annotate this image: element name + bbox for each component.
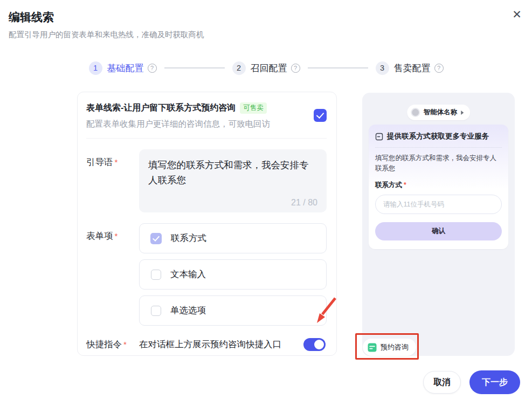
chevron-right-icon <box>461 111 464 115</box>
page-subtitle: 配置引导用户的留资表单和来电热线，准确及时获取商机 <box>9 30 204 40</box>
help-icon[interactable]: ? <box>434 64 444 73</box>
divider <box>86 138 327 139</box>
checkbox-unchecked-icon[interactable] <box>151 306 161 316</box>
guide-row: 引导语* 填写您的联系方式和需求，我会安排专人联系您 21 / 80 <box>86 149 327 212</box>
guide-textarea[interactable]: 填写您的联系方式和需求，我会安排专人联系您 21 / 80 <box>139 149 327 212</box>
stepper: 1 基础配置 ? 2 召回配置 ? 3 售卖配置 ? <box>0 59 532 77</box>
form-item-single-choice[interactable]: 单选选项 <box>139 295 327 326</box>
form-card-header: 表单线索-让用户留下联系方式预约咨询 可售卖 <box>86 102 327 114</box>
step-number: 2 <box>232 61 246 75</box>
required-mark: * <box>123 340 127 349</box>
form-lead-checkbox[interactable] <box>314 109 327 122</box>
form-items-label: 表单项* <box>86 223 139 326</box>
dotted-divider <box>375 147 502 148</box>
agent-avatar <box>411 108 420 117</box>
form-doc-icon <box>375 133 383 141</box>
sellable-badge: 可售卖 <box>240 102 267 114</box>
form-item-label: 联系方式 <box>171 232 206 244</box>
edit-lead-dialog: 编辑线索 配置引导用户的留资表单和来电热线，准确及时获取商机 ✕ 1 基础配置 … <box>0 0 532 406</box>
page-title: 编辑线索 <box>9 10 54 25</box>
step-recall-config[interactable]: 2 召回配置 ? <box>232 61 300 75</box>
step-label: 基础配置 <box>107 62 144 74</box>
form-item-label: 单选选项 <box>170 305 206 316</box>
guide-text: 填写您的联系方式和需求，我会安排专人联系您 <box>148 157 317 188</box>
close-icon[interactable]: ✕ <box>509 6 525 23</box>
agent-name-pill[interactable]: 智能体名称 <box>407 105 471 120</box>
guide-label: 引导语* <box>86 149 139 212</box>
step-number: 3 <box>376 61 389 75</box>
form-lead-card: 表单线索-让用户留下联系方式预约咨询 可售卖 配置表单收集用户更详细的咨询信息，… <box>77 92 337 356</box>
step-number: 1 <box>89 61 102 75</box>
shortcut-description: 在对话框上方展示预约咨询快捷入口 <box>139 339 281 350</box>
char-counter: 21 / 80 <box>291 198 317 208</box>
step-connector <box>308 67 368 68</box>
preview-panel: 智能体名称 提供联系方式获取更多专业服务 填写您的联系方式和需求，我会安排专人联… <box>362 93 515 356</box>
required-mark: * <box>115 157 118 167</box>
preview-form-card: 提供联系方式获取更多专业服务 填写您的联系方式和需求，我会安排专人联系您 联系方… <box>369 125 508 249</box>
form-card-subtitle: 配置表单收集用户更详细的咨询信息，可致电回访 <box>86 119 327 130</box>
preview-card-title: 提供联系方式获取更多专业服务 <box>387 132 489 141</box>
shortcut-row: 快捷指令* 在对话框上方展示预约咨询快捷入口 <box>86 338 327 351</box>
form-item-label: 文本输入 <box>170 269 206 280</box>
required-mark: * <box>404 181 406 189</box>
confirm-button[interactable]: 确认 <box>375 222 502 240</box>
preview-card-header: 提供联系方式获取更多专业服务 <box>375 132 502 141</box>
preview-guide-text: 填写您的联系方式和需求，我会安排专人联系您 <box>375 153 502 174</box>
checkbox-checked-icon[interactable] <box>150 233 162 244</box>
reservation-form-icon <box>368 343 377 352</box>
help-icon[interactable]: ? <box>148 64 157 73</box>
step-basic-config[interactable]: 1 基础配置 ? <box>89 61 157 75</box>
form-items-row: 表单项* 联系方式 文本输入 单选选项 <box>86 223 327 326</box>
form-item-contact[interactable]: 联系方式 <box>139 223 327 253</box>
form-item-text-input[interactable]: 文本输入 <box>139 259 327 290</box>
cancel-button[interactable]: 取消 <box>423 371 461 394</box>
preview-field-label: 联系方式* <box>375 181 502 190</box>
help-icon[interactable]: ? <box>291 64 300 73</box>
quick-entry-pill[interactable]: 预约咨询 <box>363 339 416 356</box>
next-step-button[interactable]: 下一步 <box>469 370 520 394</box>
step-connector <box>164 67 225 68</box>
step-label: 售卖配置 <box>394 62 431 74</box>
agent-name: 智能体名称 <box>424 108 458 117</box>
shortcut-label: 快捷指令* <box>86 339 139 350</box>
checkbox-unchecked-icon[interactable] <box>151 270 161 280</box>
step-label: 召回配置 <box>251 62 287 74</box>
form-items-list: 联系方式 文本输入 单选选项 <box>139 223 327 326</box>
step-sell-config[interactable]: 3 售卖配置 ? <box>376 61 444 75</box>
shortcut-toggle[interactable] <box>303 338 326 351</box>
required-mark: * <box>115 231 118 240</box>
form-card-title: 表单线索-让用户留下联系方式预约咨询 <box>86 102 236 114</box>
phone-input[interactable] <box>375 195 502 214</box>
quick-entry-label: 预约咨询 <box>381 342 409 352</box>
